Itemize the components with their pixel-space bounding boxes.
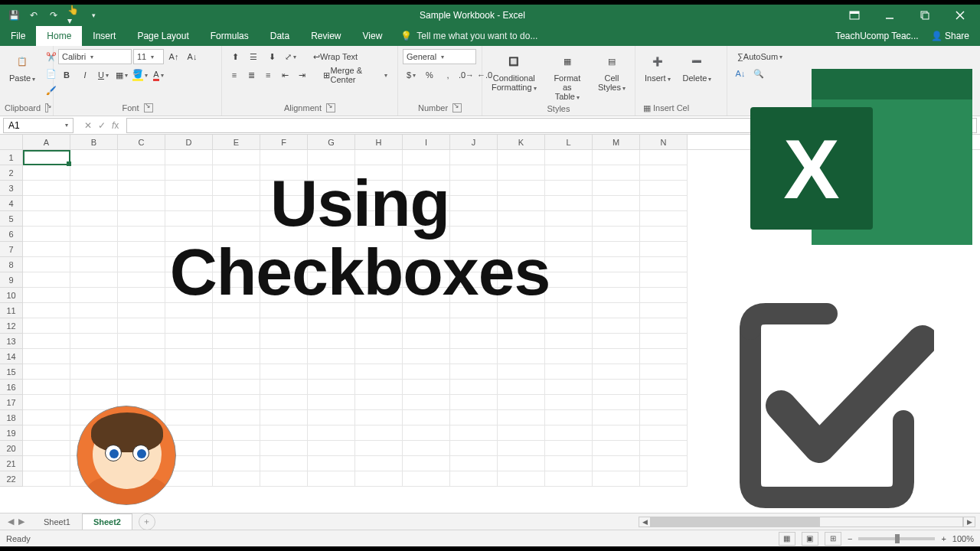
row-header[interactable]: 2 [0, 165, 23, 181]
cell[interactable] [450, 441, 498, 456]
cell[interactable] [213, 456, 260, 471]
cell[interactable] [23, 349, 70, 364]
cell[interactable] [70, 150, 118, 165]
cell[interactable] [165, 395, 213, 410]
cell[interactable] [355, 471, 403, 487]
column-header[interactable]: D [165, 135, 213, 149]
orientation-button[interactable]: ⤢ [282, 49, 299, 64]
cell[interactable] [165, 334, 213, 349]
cell[interactable] [213, 471, 260, 487]
row-header[interactable]: 20 [0, 441, 23, 456]
cell[interactable] [498, 425, 545, 441]
cell[interactable] [260, 364, 308, 380]
cell[interactable] [260, 395, 308, 410]
cell[interactable] [640, 364, 688, 380]
row-header[interactable]: 14 [0, 349, 23, 364]
maximize-button[interactable] [908, 5, 942, 26]
tab-insert[interactable]: Insert [82, 26, 126, 46]
font-color-button[interactable]: A [150, 67, 167, 83]
cell[interactable] [593, 425, 640, 441]
cell[interactable] [260, 380, 308, 395]
cell[interactable] [593, 349, 640, 364]
align-left-button[interactable]: ≡ [227, 67, 242, 83]
tab-review[interactable]: Review [300, 26, 351, 46]
cell[interactable] [403, 425, 450, 441]
row-header[interactable]: 22 [0, 471, 23, 487]
scroll-right-button[interactable]: ▶ [963, 517, 975, 527]
format-as-table-button[interactable]: ▦ Format as Table [544, 49, 590, 103]
row-header[interactable]: 8 [0, 257, 23, 272]
font-size-combo[interactable]: 11 [133, 49, 164, 64]
column-header[interactable]: L [545, 135, 593, 149]
cell[interactable] [308, 456, 355, 471]
clipboard-dialog-launcher[interactable] [45, 103, 48, 112]
cell[interactable] [545, 456, 593, 471]
cell[interactable] [23, 425, 70, 441]
cell[interactable] [118, 150, 165, 165]
row-header[interactable]: 11 [0, 303, 23, 318]
cell[interactable] [498, 395, 545, 410]
cell[interactable] [308, 395, 355, 410]
cell[interactable] [640, 425, 688, 441]
increase-font-button[interactable]: A↑ [165, 49, 182, 64]
cell[interactable] [640, 471, 688, 487]
cell[interactable] [498, 456, 545, 471]
ribbon-options-icon[interactable] [838, 5, 871, 26]
cell[interactable] [593, 441, 640, 456]
sheet-nav-next[interactable]: ▶ [18, 517, 24, 527]
cell[interactable] [308, 318, 355, 334]
cell[interactable] [213, 441, 260, 456]
number-format-combo[interactable]: General [403, 49, 476, 64]
cell[interactable] [355, 318, 403, 334]
cell[interactable] [545, 364, 593, 380]
cell[interactable] [355, 456, 403, 471]
cell[interactable] [355, 364, 403, 380]
cell[interactable] [213, 425, 260, 441]
cell[interactable] [23, 471, 70, 487]
italic-button[interactable]: I [77, 67, 93, 83]
cell[interactable] [355, 441, 403, 456]
cell[interactable] [593, 456, 640, 471]
cell[interactable] [118, 318, 165, 334]
merge-center-button[interactable]: ⊞ Merge & Center [318, 67, 393, 83]
row-header[interactable]: 17 [0, 395, 23, 410]
cancel-formula-icon[interactable]: ✕ [84, 120, 92, 131]
column-header[interactable]: J [450, 135, 498, 149]
row-header[interactable]: 5 [0, 211, 23, 227]
undo-icon[interactable]: ↶ [28, 9, 40, 21]
cell[interactable] [498, 318, 545, 334]
cell[interactable] [498, 410, 545, 425]
cell[interactable] [355, 425, 403, 441]
row-header[interactable]: 12 [0, 318, 23, 334]
zoom-level[interactable]: 100% [952, 534, 974, 543]
cell[interactable] [403, 349, 450, 364]
column-header[interactable]: N [640, 135, 688, 149]
cell[interactable] [450, 150, 498, 165]
cell[interactable] [450, 425, 498, 441]
cell[interactable] [165, 380, 213, 395]
cell[interactable] [403, 471, 450, 487]
cell[interactable] [260, 456, 308, 471]
bold-button[interactable]: B [58, 67, 75, 83]
cell[interactable] [498, 441, 545, 456]
cell[interactable] [213, 380, 260, 395]
sort-filter-button[interactable]: A↓ [732, 66, 749, 81]
column-header[interactable]: K [498, 135, 545, 149]
redo-icon[interactable]: ↷ [47, 9, 60, 21]
zoom-out-button[interactable]: − [848, 534, 852, 543]
cell[interactable] [308, 334, 355, 349]
cell[interactable] [355, 334, 403, 349]
cell[interactable] [498, 150, 545, 165]
column-header[interactable]: E [213, 135, 260, 149]
cell[interactable] [450, 395, 498, 410]
normal-view-button[interactable]: ▦ [779, 532, 795, 546]
cell[interactable] [308, 410, 355, 425]
cell[interactable] [23, 318, 70, 334]
cell[interactable] [165, 349, 213, 364]
cell[interactable] [403, 395, 450, 410]
align-center-button[interactable]: ≣ [243, 67, 259, 83]
cell[interactable] [260, 318, 308, 334]
align-top-button[interactable]: ⬆ [227, 49, 243, 64]
cell[interactable] [355, 380, 403, 395]
cell[interactable] [308, 349, 355, 364]
